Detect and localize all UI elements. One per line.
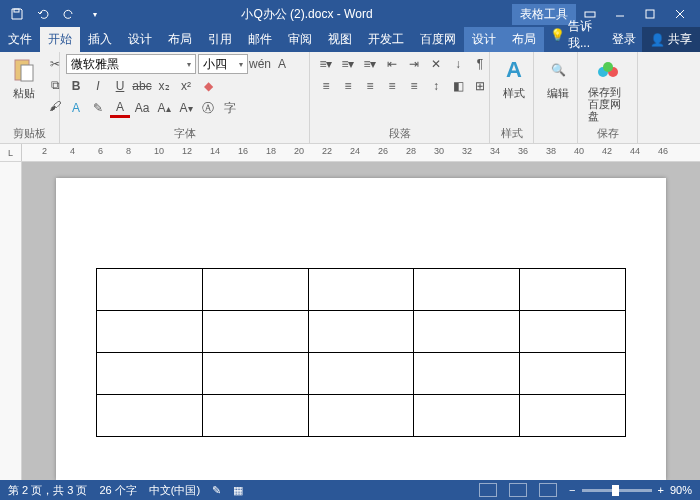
page-area[interactable] [22,162,700,480]
svg-point-8 [603,62,613,72]
italic-button[interactable]: I [88,76,108,96]
show-marks-icon[interactable]: ¶ [470,54,490,74]
multilevel-icon[interactable]: ≡▾ [360,54,380,74]
insert-mode-icon[interactable]: ✎ [212,484,221,497]
tab-table-layout[interactable]: 布局 [504,27,544,52]
chevron-down-icon: ▾ [239,60,243,69]
font-color-icon[interactable]: A [110,98,130,118]
line-spacing-icon[interactable]: ↕ [426,76,446,96]
svg-rect-5 [21,65,33,81]
justify-icon[interactable]: ≡ [382,76,402,96]
minimize-icon[interactable] [606,3,634,25]
font-size-combo[interactable]: 小四▾ [198,54,248,74]
shrink-font-icon[interactable]: A▾ [176,98,196,118]
zoom-in-button[interactable]: + [658,484,664,496]
horizontal-ruler[interactable]: L 24681012141618202224262830323436384042… [0,144,700,162]
ribbon-tabs: 文件 开始 插入 设计 布局 引用 邮件 审阅 视图 开发工 百度网 设计 布局… [0,28,700,52]
tab-selector[interactable]: L [0,144,22,161]
svg-rect-1 [585,12,595,17]
bullets-icon[interactable]: ≡▾ [316,54,336,74]
svg-rect-3 [646,10,654,18]
word-count[interactable]: 26 个字 [99,483,136,498]
paste-icon [10,56,38,84]
tab-home[interactable]: 开始 [40,27,80,52]
tell-me[interactable]: 💡告诉我... [544,18,606,52]
macro-icon[interactable]: ▦ [233,484,243,497]
change-case-icon[interactable]: Aa [132,98,152,118]
share-button[interactable]: 👤共享 [642,27,700,52]
zoom-out-button[interactable]: − [569,484,575,496]
tab-baidu[interactable]: 百度网 [412,27,464,52]
vertical-ruler[interactable] [0,162,22,480]
decrease-indent-icon[interactable]: ⇤ [382,54,402,74]
highlight-icon[interactable]: ✎ [88,98,108,118]
document-title: 小Q办公 (2).docx - Word [106,6,508,23]
align-right-icon[interactable]: ≡ [360,76,380,96]
subscript-button[interactable]: x₂ [154,76,174,96]
save-icon[interactable] [6,3,28,25]
ribbon: 粘贴 ✂ ⧉ 🖌 剪贴板 微软雅黑▾ 小四▾ wén A B I U abc x [0,52,700,144]
strikethrough-button[interactable]: abc [132,76,152,96]
paste-button[interactable]: 粘贴 [6,54,42,103]
svg-rect-0 [14,9,19,12]
tab-review[interactable]: 审阅 [280,27,320,52]
page-number[interactable]: 第 2 页，共 3 页 [8,483,87,498]
editing-button[interactable]: 🔍编辑 [540,54,576,103]
language[interactable]: 中文(中国) [149,483,200,498]
group-baidu-save: 保存到百度网盘 保存 [578,52,638,143]
increase-indent-icon[interactable]: ⇥ [404,54,424,74]
tab-design[interactable]: 设计 [120,27,160,52]
cloud-icon [594,56,622,84]
tab-file[interactable]: 文件 [0,27,40,52]
table-row [97,311,626,353]
login-button[interactable]: 登录 [606,27,642,52]
close-icon[interactable] [666,3,694,25]
borders-icon[interactable]: ⊞ [470,76,490,96]
styles-button[interactable]: A样式 [496,54,532,103]
status-bar: 第 2 页，共 3 页 26 个字 中文(中国) ✎ ▦ − + 90% [0,480,700,500]
quick-access-toolbar: ▾ [6,3,106,25]
font-name-combo[interactable]: 微软雅黑▾ [66,54,196,74]
zoom-level[interactable]: 90% [670,484,692,496]
redo-icon[interactable] [58,3,80,25]
table-row [97,353,626,395]
lightbulb-icon: 💡 [550,28,565,42]
distributed-icon[interactable]: ≡ [404,76,424,96]
group-clipboard: 粘贴 ✂ ⧉ 🖌 剪贴板 [0,52,60,143]
maximize-icon[interactable] [636,3,664,25]
zoom-slider[interactable] [582,489,652,492]
tab-developer[interactable]: 开发工 [360,27,412,52]
zoom-control: − + 90% [569,484,692,496]
group-styles: A样式 样式 [490,52,534,143]
superscript-button[interactable]: x² [176,76,196,96]
read-mode-icon[interactable] [479,483,497,497]
find-icon: 🔍 [544,56,572,84]
shading-icon[interactable]: ◧ [448,76,468,96]
tab-view[interactable]: 视图 [320,27,360,52]
tab-layout[interactable]: 布局 [160,27,200,52]
sort-icon[interactable]: ↓ [448,54,468,74]
print-layout-icon[interactable] [509,483,527,497]
text-effects-icon[interactable]: A [66,98,86,118]
character-shading-icon[interactable]: 字 [220,98,240,118]
tab-mailings[interactable]: 邮件 [240,27,280,52]
align-left-icon[interactable]: ≡ [316,76,336,96]
document-table[interactable] [96,268,626,437]
grow-font-icon[interactable]: A▴ [154,98,174,118]
asian-layout-icon[interactable]: ✕ [426,54,446,74]
qat-dropdown-icon[interactable]: ▾ [84,3,106,25]
tab-insert[interactable]: 插入 [80,27,120,52]
undo-icon[interactable] [32,3,54,25]
underline-button[interactable]: U [110,76,130,96]
align-center-icon[interactable]: ≡ [338,76,358,96]
phonetic-guide-icon[interactable]: wén [250,54,270,74]
tab-table-design[interactable]: 设计 [464,27,504,52]
numbering-icon[interactable]: ≡▾ [338,54,358,74]
bold-button[interactable]: B [66,76,86,96]
baidu-save-button[interactable]: 保存到百度网盘 [584,54,631,124]
enclosed-char-icon[interactable]: Ⓐ [198,98,218,118]
character-border-icon[interactable]: A [272,54,292,74]
web-layout-icon[interactable] [539,483,557,497]
clear-formatting-icon[interactable]: ◆ [198,76,218,96]
tab-references[interactable]: 引用 [200,27,240,52]
